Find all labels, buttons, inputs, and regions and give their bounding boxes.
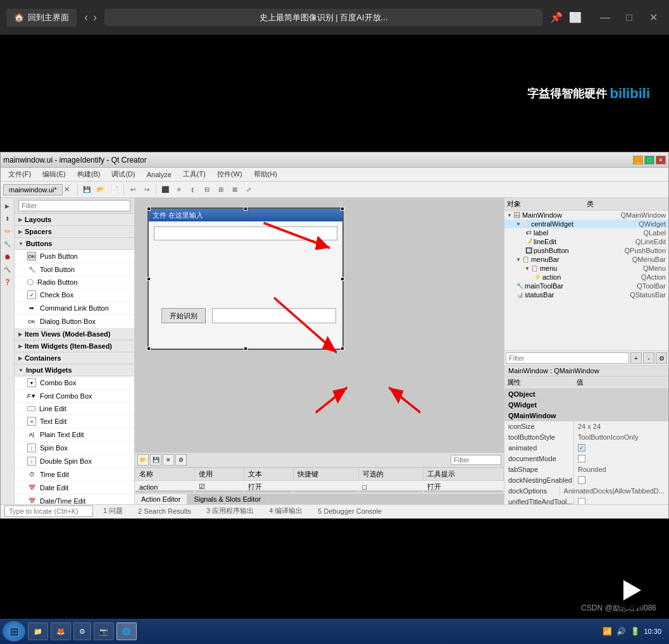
status-tab-problems[interactable]: 1 问题 (98, 505, 128, 517)
left-icon-debug[interactable]: 🐞 (2, 251, 13, 263)
status-search[interactable] (4, 505, 93, 517)
widget-line-edit[interactable]: Line Edit (15, 403, 134, 415)
prop-row-docmode[interactable]: documentMode (504, 454, 668, 464)
widget-check-box[interactable]: ✓ Check Box (15, 288, 134, 302)
form-textbox[interactable] (212, 308, 336, 323)
menu-file[interactable]: 文件(F) (3, 168, 36, 180)
tool-layout-v[interactable]: ⫿ (187, 183, 199, 196)
maximize-button[interactable]: □ (620, 11, 639, 23)
status-tab-debugger[interactable]: 5 Debugger Console (313, 506, 387, 516)
status-tab-compile[interactable]: 4 编译输出 (264, 505, 308, 517)
prop-row-unified[interactable]: unifiedTitleAndTool... (504, 497, 668, 504)
bottom-tool-1[interactable]: 📂 (137, 454, 149, 466)
close-button[interactable]: ✕ (644, 11, 663, 23)
tool-layout-grid[interactable]: ⊞ (215, 183, 227, 196)
tree-row-action[interactable]: ⚡ action QAction (504, 273, 668, 282)
forward-button[interactable]: › (93, 11, 97, 24)
group-layouts[interactable]: ▶ Layouts (15, 214, 134, 226)
file-tab[interactable]: mainwindow.ui* (3, 184, 63, 195)
group-item-views[interactable]: ▶ Item Views (Model-Based) (15, 328, 134, 340)
tree-row-menu[interactable]: ▼ 📋 menu QMenu (504, 264, 668, 273)
tab-action-editor[interactable]: Action Editor (135, 494, 187, 504)
qt-minimize-btn[interactable]: _ (633, 156, 643, 164)
form-input-field[interactable] (154, 226, 337, 240)
tool-layout-h[interactable]: ⊟ (201, 183, 213, 196)
widget-datetime-edit[interactable]: 📅 Date/Time Edit (15, 495, 134, 504)
tool-redo[interactable]: ↪ (141, 183, 153, 196)
widget-font-combo-box[interactable]: F▼ Font Combo Box (15, 390, 134, 403)
widget-text-edit[interactable]: ≡ Text Edit (15, 415, 134, 428)
tool-align-left[interactable]: ⬛ (159, 183, 172, 196)
minimize-button[interactable]: — (596, 11, 615, 23)
tree-row-lineedit[interactable]: 📝 lineEdit QLineEdit (504, 237, 668, 246)
widget-filter-input[interactable] (18, 200, 130, 211)
taskbar-camera[interactable]: 📷 (94, 622, 114, 640)
tab-close-btn[interactable]: ✕ (64, 185, 70, 194)
prop-row-iconsize[interactable]: iconSize 24 x 24 (504, 421, 668, 432)
status-tab-search[interactable]: 2 Search Results (133, 506, 196, 516)
tool-align-center[interactable]: ≡ (173, 183, 185, 196)
prop-row-dockoptions[interactable]: dockOptions AnimatedDocks|AllowTabbedD..… (504, 486, 668, 497)
tool-break-layout[interactable]: ⊠ (228, 183, 241, 196)
play-button-overlay[interactable] (612, 571, 650, 609)
menu-build[interactable]: 构建(B) (72, 168, 106, 180)
menu-analyze[interactable]: Analyze (142, 170, 177, 180)
menu-controls[interactable]: 控件(W) (212, 168, 247, 180)
animated-checkbox[interactable]: ✓ (578, 444, 585, 452)
widget-radio-button[interactable]: Radio Button (15, 276, 134, 288)
form-window[interactable]: 文件 在这里输入 开始识别 (147, 207, 344, 350)
url-bar[interactable] (104, 9, 542, 26)
left-icon-edit[interactable]: ✏ (2, 226, 13, 237)
bottom-filter-input[interactable] (451, 455, 501, 465)
widget-push-button[interactable]: OK Push Button (15, 250, 134, 263)
left-icon-help[interactable]: ❓ (2, 276, 13, 288)
status-tab-app-output[interactable]: 3 应用程序输出 (201, 505, 259, 517)
group-containers[interactable]: ▶ Containers (15, 352, 134, 364)
taskbar-settings[interactable]: ⚙ (73, 622, 91, 640)
widget-time-edit[interactable]: ⏱ Time Edit (15, 468, 134, 481)
pin-button[interactable]: 📌 (550, 11, 563, 23)
widget-spin-box[interactable]: ↕ Spin Box (15, 442, 134, 455)
group-buttons[interactable]: ▼ Buttons (15, 238, 134, 250)
tree-row-label[interactable]: 🏷 label QLabel (504, 228, 668, 237)
widget-tool-button[interactable]: 🔧 Tool Button (15, 263, 134, 276)
prop-row-toolbtnstyle[interactable]: toolButtonStyle ToolButtonIconOnly (504, 432, 668, 443)
widget-plain-text-edit[interactable]: A| Plain Text Edit (15, 428, 134, 442)
tree-row-menubar[interactable]: ▼ 📋 menuBar QMenuBar (504, 255, 668, 264)
tree-row-centralwidget[interactable]: ▼ ⬜ centralWidget QWidget (504, 220, 668, 228)
widget-combo-box[interactable]: ▼ Combo Box (15, 376, 134, 390)
tool-open[interactable]: 📂 (94, 183, 107, 196)
left-icon-build[interactable]: 🔨 (2, 264, 13, 275)
tab-signals-slots[interactable]: Signals & Slots Editor (187, 494, 268, 504)
bottom-tool-4[interactable]: ⚙ (175, 454, 187, 466)
fullscreen-button[interactable]: ⬜ (569, 11, 582, 23)
group-item-widgets[interactable]: ▶ Item Widgets (Item-Based) (15, 340, 134, 352)
tool-new[interactable]: 📄 (108, 183, 121, 196)
prop-settings-btn[interactable]: ⚙ (656, 352, 667, 364)
widget-date-edit[interactable]: 📅 Date Edit (15, 481, 134, 495)
unified-checkbox[interactable] (578, 498, 585, 504)
qt-maximize-btn[interactable]: □ (644, 156, 654, 164)
prop-minus-btn[interactable]: - (643, 352, 654, 364)
widget-double-spin-box[interactable]: ↕ Double Spin Box (15, 455, 134, 468)
bottom-tool-3[interactable]: ✕ (163, 454, 174, 466)
start-button[interactable]: ⊞ (3, 621, 25, 641)
widget-dialog-button-box[interactable]: OK Dialog Button Box (15, 315, 134, 328)
menu-tools[interactable]: 工具(T) (178, 168, 211, 180)
prop-filter-input[interactable] (506, 352, 629, 364)
home-button[interactable]: 🏠 回到主界面 (6, 9, 77, 27)
tree-row-toolbar[interactable]: 🔧 mainToolBar QToolBar (504, 282, 668, 290)
group-input-widgets[interactable]: ▼ Input Widgets (15, 364, 134, 376)
tool-adjust-size[interactable]: ⤢ (242, 183, 255, 196)
back-button[interactable]: ‹ (84, 11, 88, 24)
tree-row-mainwindow[interactable]: ▼ 🪟 MainWindow QMainWindow (504, 211, 668, 220)
docmode-checkbox[interactable] (578, 455, 585, 462)
left-icon-run[interactable]: ▶ (2, 201, 13, 212)
widget-command-link-button[interactable]: ➡ Command Link Button (15, 302, 134, 315)
group-spacers[interactable]: ▶ Spacers (15, 226, 134, 238)
left-icon-design[interactable]: 🔧 (2, 238, 13, 250)
menu-debug[interactable]: 调试(D) (106, 168, 140, 180)
tool-undo[interactable]: ↩ (127, 183, 139, 196)
left-icon-advance[interactable]: ⬆ (2, 213, 13, 225)
bottom-tool-2[interactable]: 💾 (150, 454, 161, 466)
